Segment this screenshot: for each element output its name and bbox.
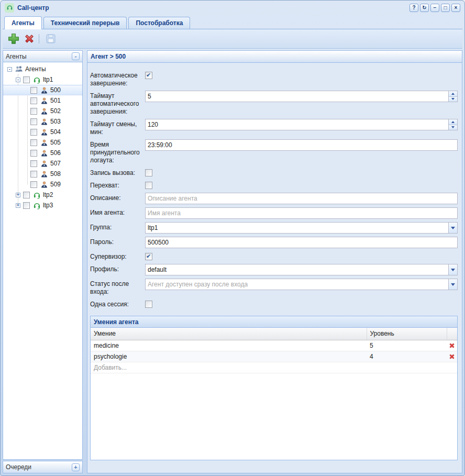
skills-column-header-level[interactable]: Уровень (367, 328, 447, 340)
tree-row-agent[interactable]: 509 (3, 179, 82, 190)
tab-postprocessing[interactable]: Постобработка (128, 17, 190, 29)
collapse-expander-icon[interactable]: - (7, 67, 12, 72)
tree-checkbox[interactable] (30, 87, 37, 94)
agent-form-panel: Агент > 500 Автоматическое завершение: Т… (87, 50, 462, 473)
agent-name-input[interactable] (145, 207, 458, 219)
window-title: Call-центр (17, 4, 408, 12)
queues-panel-title: Очереди (6, 463, 31, 471)
description-input[interactable] (145, 193, 458, 204)
skill-level-cell[interactable]: 5 (367, 340, 447, 351)
panel-splitter[interactable] (83, 50, 87, 473)
chevron-down-icon (451, 98, 455, 100)
group-combo-trigger[interactable] (449, 222, 458, 234)
add-skill-row[interactable]: Добавить... (91, 362, 457, 373)
login-status-combo-input[interactable] (145, 279, 449, 290)
group-icon (15, 65, 23, 73)
tree-row-agent[interactable]: 500 (3, 85, 82, 95)
tree-checkbox[interactable] (30, 108, 37, 115)
expand-panel-button[interactable]: + (72, 463, 80, 471)
tree-row-agent[interactable]: 501 (3, 95, 82, 106)
agent-person-icon (40, 107, 48, 115)
skill-level-cell[interactable]: 4 (367, 351, 447, 362)
profile-combo-input[interactable] (145, 264, 449, 275)
tab-tech-break[interactable]: Технический перерыв (43, 17, 127, 29)
tree-checkbox[interactable] (23, 202, 30, 209)
tree-row-agent[interactable]: 506 (3, 148, 82, 158)
auto-timeout-input[interactable] (145, 91, 449, 102)
help-button[interactable]: ? (409, 4, 418, 12)
tree-checkbox[interactable] (30, 171, 37, 178)
auto-timeout-spinner (449, 91, 458, 102)
field-label-intercept: Перехват: (90, 180, 142, 190)
queues-panel-header[interactable]: Очереди + (3, 461, 82, 473)
tree-row-agent[interactable]: 508 (3, 169, 82, 179)
field-label-auto-timeout: Таймаут автоматического завершения: (90, 91, 142, 116)
spinner-up-button[interactable] (449, 91, 457, 97)
tree-checkbox[interactable] (23, 76, 30, 83)
skills-column-header-skill[interactable]: Умение (91, 328, 367, 340)
shift-timeout-input[interactable] (145, 119, 449, 130)
save-button[interactable] (43, 31, 59, 47)
expand-expander-icon[interactable]: + (16, 203, 20, 208)
call-recording-checkbox[interactable] (145, 169, 152, 176)
collapse-panel-button[interactable]: - (72, 52, 80, 60)
logout-time-input[interactable] (145, 139, 458, 151)
tree-checkbox[interactable] (30, 129, 37, 136)
delete-skill-button[interactable] (448, 342, 456, 349)
tab-agents[interactable]: Агенты (4, 16, 42, 29)
skill-actions-cell (447, 340, 457, 351)
spinner-down-button[interactable] (449, 97, 457, 102)
skill-name-cell[interactable]: medicine (91, 340, 367, 351)
maximize-button[interactable]: □ (441, 4, 450, 12)
field-label-shift-timeout: Таймаут смены, мин: (90, 119, 142, 136)
group-combo-input[interactable] (145, 222, 449, 234)
profile-combo-trigger[interactable] (449, 264, 458, 275)
close-button[interactable]: × (451, 4, 460, 12)
tree-checkbox[interactable] (23, 192, 30, 198)
save-floppy-icon (45, 33, 57, 45)
tree-row-root[interactable]: -Агенты (3, 64, 82, 74)
auto-finish-checkbox[interactable] (145, 72, 152, 79)
agents-panel-header[interactable]: Агенты - (3, 51, 82, 62)
tree-group-label: ltp2 (43, 191, 55, 198)
tree-agent-label: 509 (50, 181, 63, 188)
single-session-checkbox[interactable] (145, 301, 152, 308)
intercept-checkbox[interactable] (145, 182, 152, 189)
agent-person-icon (40, 180, 48, 189)
spinner-up-button[interactable] (449, 119, 457, 125)
refresh-button[interactable]: ↻ (420, 4, 429, 12)
call-center-window: Call-центр ? ↻ − □ × Агенты Технический … (0, 0, 465, 476)
tree-row-agent[interactable]: 503 (3, 116, 82, 127)
tree-checkbox[interactable] (30, 97, 37, 104)
delete-agent-button[interactable] (21, 31, 37, 47)
supervisor-checkbox[interactable] (145, 253, 152, 260)
login-status-combo-trigger[interactable] (449, 279, 458, 290)
tree-row-group[interactable]: -ltp1 (3, 74, 82, 85)
skill-row[interactable]: psychologie4 (91, 351, 457, 362)
expand-expander-icon[interactable]: + (16, 193, 20, 197)
delete-skill-button[interactable] (448, 353, 456, 360)
agent-person-icon (40, 128, 48, 136)
tree-checkbox[interactable] (30, 139, 37, 146)
add-skill-placeholder[interactable]: Добавить... (91, 362, 457, 373)
add-agent-button[interactable] (6, 31, 21, 47)
tree-checkbox[interactable] (30, 181, 37, 188)
tree-row-group[interactable]: +ltp2 (3, 190, 82, 200)
chevron-up-icon (451, 121, 455, 123)
tree-checkbox[interactable] (30, 150, 37, 157)
tree-row-agent[interactable]: 504 (3, 127, 82, 137)
skill-name-cell[interactable]: psychologie (91, 351, 367, 362)
tree-row-agent[interactable]: 502 (3, 106, 82, 116)
skill-row[interactable]: medicine5 (91, 340, 457, 351)
tree-row-agent[interactable]: 505 (3, 137, 82, 148)
minimize-button[interactable]: − (430, 4, 439, 12)
skills-grid: Умение Уровень medicine5psychologie4 Доб… (91, 328, 457, 373)
spinner-down-button[interactable] (449, 125, 457, 130)
tree-row-group[interactable]: +ltp3 (3, 200, 82, 211)
collapse-expander-icon[interactable]: - (16, 78, 20, 82)
field-label-description: Описание: (90, 193, 142, 204)
password-input[interactable] (145, 237, 458, 248)
tree-checkbox[interactable] (30, 118, 37, 125)
tree-checkbox[interactable] (30, 160, 37, 167)
tree-row-agent[interactable]: 507 (3, 158, 82, 169)
